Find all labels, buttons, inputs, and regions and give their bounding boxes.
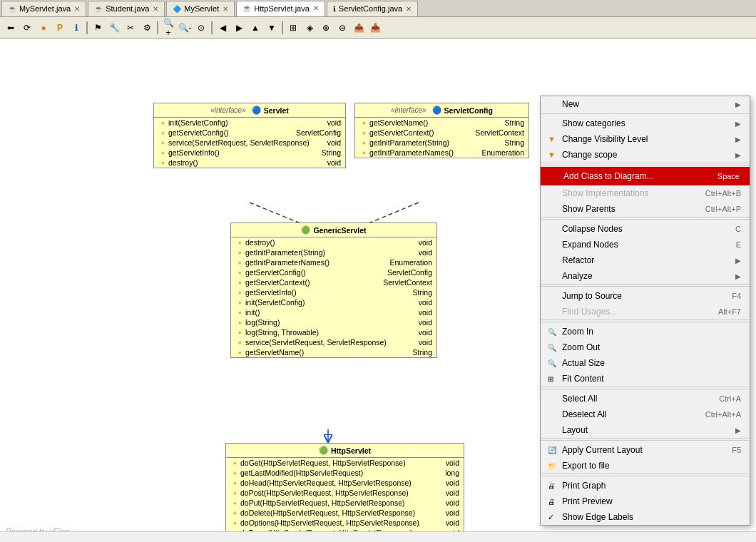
- menu-item-show-parents[interactable]: Show Parents Ctrl+Alt+P: [541, 201, 750, 218]
- cut-btn[interactable]: ✂: [123, 20, 138, 36]
- menu-label: Add Class to Diagram...: [563, 171, 654, 181]
- zoom-out-btn[interactable]: 🔍-: [177, 20, 193, 36]
- menu-item-new[interactable]: New ▶: [541, 96, 750, 112]
- submenu-arrow: ▶: [735, 101, 741, 108]
- info-btn[interactable]: ℹ: [68, 20, 84, 36]
- menu-label: Print Preview: [562, 496, 613, 506]
- uml-row: 🔸getServletName()String: [355, 118, 528, 128]
- tab-close[interactable]: ✕: [153, 5, 158, 13]
- java-icon-3: ☕: [242, 4, 251, 12]
- uml-row: 🔸doGet(HttpServletRequest, HttpServletRe…: [226, 458, 464, 468]
- import-btn[interactable]: 📥: [367, 20, 383, 36]
- tab-close[interactable]: ✕: [223, 5, 228, 13]
- tab-student-java[interactable]: ☕ Student.java ✕: [88, 1, 165, 16]
- check-icon: ✓: [548, 513, 559, 522]
- menu-item-show-edge-labels[interactable]: ✓ Show Edge Labels: [541, 509, 750, 525]
- tab-close[interactable]: ✕: [406, 5, 412, 13]
- down-btn[interactable]: ▼: [264, 20, 280, 36]
- menu-item-apply-layout[interactable]: 🔄 Apply Current Layout F5: [541, 442, 750, 458]
- menu-item-change-scope[interactable]: ▼ Change scope ▶: [541, 147, 750, 163]
- sep1: [86, 21, 88, 34]
- uml-row: 🔸getServletContext()ServletContext: [355, 128, 528, 138]
- menu-item-actual-size[interactable]: 🔍 Actual Size: [541, 355, 750, 371]
- menu-item-expand[interactable]: Expand Nodes E: [541, 237, 750, 252]
- filter-icon: ▼: [548, 135, 559, 143]
- menu-label: Apply Current Layout: [562, 445, 643, 455]
- menu-item-zoom-out[interactable]: 🔍 Zoom Out: [541, 339, 750, 355]
- menu-label: Show Edge Labels: [562, 512, 633, 522]
- tab-close[interactable]: ✕: [74, 5, 80, 13]
- servlet-badge: «interface»: [210, 106, 245, 114]
- divider: [541, 322, 750, 322]
- httpservlet-node[interactable]: 🟢 HttpServlet 🔸doGet(HttpServletRequest,…: [225, 443, 464, 538]
- menu-label: Actual Size: [562, 358, 605, 368]
- tab-label: HttpServlet.java: [254, 4, 310, 13]
- menu-item-export[interactable]: 📁 Export to file: [541, 458, 750, 474]
- servletconfig-node[interactable]: «interface» 🔵 ServletConfig 🔸getServletN…: [354, 103, 529, 158]
- add-btn[interactable]: ⊕: [318, 20, 334, 36]
- divider: [541, 389, 750, 389]
- divider: [541, 476, 750, 476]
- filter-btn[interactable]: ⚑: [90, 20, 106, 36]
- tools-btn[interactable]: 🔧: [106, 20, 122, 36]
- menu-item-print-preview[interactable]: 🖨 Print Preview: [541, 494, 750, 509]
- genericservlet-node[interactable]: 🟢 GenericServlet 🔸destroy()void 🔸getInit…: [230, 223, 437, 358]
- shortcut-label: F4: [732, 292, 741, 300]
- menu-item-layout[interactable]: Layout ▶: [541, 422, 750, 439]
- select-btn[interactable]: ◈: [302, 20, 317, 36]
- grid-btn[interactable]: ⊞: [285, 20, 301, 36]
- export-btn[interactable]: 📤: [351, 20, 367, 36]
- menu-item-print-graph[interactable]: 🖨 Print Graph: [541, 478, 750, 494]
- gear-btn[interactable]: ⚙: [139, 20, 155, 36]
- menu-label: Expand Nodes: [562, 240, 618, 250]
- servlet-header: «interface» 🔵 Servlet: [154, 103, 345, 118]
- menu-item-deselect-all[interactable]: Deselect All Ctrl+Alt+A: [541, 406, 750, 422]
- shortcut-label: F5: [732, 446, 741, 454]
- menu-label: Collapse Nodes: [562, 224, 623, 234]
- shortcut-label: C: [735, 225, 741, 233]
- prev-btn[interactable]: ◀: [215, 20, 230, 36]
- divider: [541, 440, 750, 441]
- tab-httpservlet-java[interactable]: ☕ HttpServlet.java ✕: [236, 1, 325, 16]
- servlet-icon: 🔵: [252, 106, 261, 115]
- menu-item-select-all[interactable]: Select All Ctrl+A: [541, 391, 750, 406]
- tab-servletconfig-java[interactable]: ℹ ServletConfig.java ✕: [327, 1, 418, 16]
- del-btn[interactable]: ⊖: [334, 20, 350, 36]
- back-btn[interactable]: ⬅: [3, 20, 19, 36]
- next-btn[interactable]: ▶: [231, 20, 247, 36]
- menu-item-zoom-in[interactable]: 🔍 Zoom In: [541, 324, 750, 339]
- menu-label: Deselect All: [562, 409, 607, 419]
- menu-item-show-impl: Show Implementations Ctrl+Alt+B: [541, 185, 750, 201]
- uml-row: 🔸doOptions(HttpServletRequest, HttpServl…: [226, 518, 464, 528]
- h-scrollbar[interactable]: [0, 531, 756, 541]
- menu-item-refactor[interactable]: Refactor ▶: [541, 252, 750, 268]
- p-btn[interactable]: P: [52, 20, 68, 36]
- menu-item-fit-content[interactable]: ⊞ Fit Content: [541, 371, 750, 387]
- zoom-reset-btn[interactable]: ⊙: [193, 20, 209, 36]
- refresh-btn[interactable]: ⟳: [19, 20, 35, 36]
- sep2: [157, 21, 158, 34]
- menu-item-analyze[interactable]: Analyze ▶: [541, 268, 750, 285]
- servletconfig-badge: «interface»: [391, 106, 426, 114]
- toolbar: ⬅ ⟳ ● P ℹ ⚑ 🔧 ✂ ⚙ 🔍+ 🔍- ⊙ ◀ ▶ ▲ ▼ ⊞ ◈ ⊕ …: [0, 17, 756, 39]
- shortcut-label: Space: [717, 172, 740, 180]
- apply-layout-icon: 🔄: [548, 446, 559, 454]
- divider: [541, 113, 750, 114]
- tab-myservlet[interactable]: 🔷 MyServlet ✕: [166, 1, 235, 16]
- menu-item-add-class[interactable]: Add Class to Diagram... Space: [541, 167, 750, 185]
- submenu-arrow: ▶: [735, 136, 741, 143]
- uml-row: 🔸destroy()void: [154, 158, 345, 168]
- zoom-in-btn[interactable]: 🔍+: [160, 20, 176, 36]
- uml-row: 🔸doHead(HttpServletRequest, HttpServletR…: [226, 478, 464, 488]
- circle-btn[interactable]: ●: [36, 20, 51, 36]
- menu-item-change-visibility[interactable]: ▼ Change Visibility Level ▶: [541, 131, 750, 147]
- tab-close[interactable]: ✕: [313, 4, 319, 12]
- tab-myservlet-java[interactable]: ☕ MyServlet.java ✕: [1, 1, 86, 16]
- menu-item-jump-source[interactable]: Jump to Source F4: [541, 288, 750, 304]
- servlet-node[interactable]: «interface» 🔵 Servlet 🔸init(ServletConfi…: [153, 103, 346, 168]
- menu-label: Layout: [562, 425, 588, 435]
- actual-size-icon: 🔍: [548, 359, 559, 367]
- menu-item-collapse[interactable]: Collapse Nodes C: [541, 221, 750, 237]
- up-btn[interactable]: ▲: [247, 20, 263, 36]
- menu-item-show-categories[interactable]: Show categories ▶: [541, 116, 750, 131]
